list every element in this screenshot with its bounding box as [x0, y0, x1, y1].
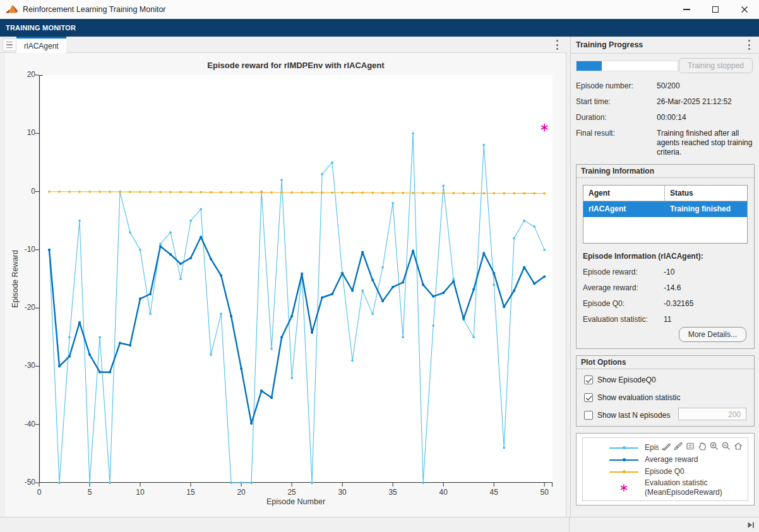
pan-icon[interactable] — [696, 440, 708, 452]
legend-panel: Episode reward Average reward Episode Q0 — [576, 433, 755, 505]
field-value: -14.6 — [664, 283, 681, 292]
column-header-agent: Agent — [583, 186, 665, 201]
field-label: Average reward: — [583, 283, 664, 292]
legend-item-episode-q0: Episode Q0 — [583, 467, 748, 476]
legend-box: Episode reward Average reward Episode Q0 — [582, 437, 748, 501]
app-window: Reinforcement Learning Training Monitor … — [0, 0, 759, 532]
maximize-icon — [712, 6, 719, 13]
legend-label: Evaluation statistic (MeanEpisodeReward) — [645, 478, 722, 497]
panel-options-kebab-icon[interactable] — [743, 38, 755, 51]
show-evaluation-statistic-option[interactable]: Show evaluation statistic — [584, 393, 680, 402]
checkbox-label: Show EpisodeQ0 — [597, 375, 656, 384]
y-tick-label: -30 — [6, 361, 35, 370]
chart-title: Episode reward for rlMDPEnv with rlACAge… — [39, 61, 553, 70]
plot-area[interactable] — [39, 75, 553, 483]
show-last-n-episodes-option[interactable]: Show last N episodes — [584, 411, 670, 420]
export-icon[interactable] — [660, 440, 672, 452]
field-value: Training finished after all agents reach… — [657, 129, 755, 157]
field-label: Episode number: — [576, 81, 657, 91]
last-n-episodes-input[interactable] — [678, 408, 746, 420]
document-tab-strip: rlACAgent — [0, 37, 566, 53]
x-tick-label: 5 — [88, 488, 92, 497]
window-title: Reinforcement Learning Training Monitor — [23, 5, 166, 14]
average-reward-row: Average reward: -14.6 — [583, 283, 748, 292]
training-information-section: Training Information Agent Status rlACAg… — [576, 164, 755, 349]
checkbox-icon — [584, 375, 593, 384]
evaluation-statistic-asterisk-swatch — [609, 483, 638, 492]
final-result-row: Final result: Training finished after al… — [576, 129, 755, 157]
field-label: Final result: — [576, 129, 657, 157]
table-row[interactable]: rlACAgent Training finished — [583, 201, 747, 217]
duration-row: Duration: 00:00:14 — [576, 113, 755, 122]
x-tick-label: 25 — [287, 488, 296, 497]
tab-label: rlACAgent — [24, 42, 59, 50]
field-label: Start time: — [576, 97, 657, 107]
field-label: Episode reward: — [583, 268, 664, 276]
legend-label: Episode Q0 — [645, 467, 684, 476]
ribbon-tab-training-monitor[interactable]: TRAINING MONITOR — [6, 24, 76, 32]
minimize-button[interactable] — [672, 0, 701, 19]
y-axis-label: Episode Reward — [11, 250, 20, 308]
x-tick-label: 30 — [338, 488, 346, 497]
tab-rlacagent[interactable]: rlACAgent — [16, 37, 66, 53]
y-tick-label: 10 — [6, 128, 35, 137]
x-tick-label: 10 — [136, 488, 144, 497]
x-tick-label: 20 — [237, 488, 245, 497]
legend-item-average-reward: Average reward — [583, 455, 748, 464]
tab-options-kebab-icon[interactable] — [551, 38, 563, 51]
zoom-in-icon[interactable] — [708, 440, 720, 452]
episode-information-title: Episode Information (rlACAgent): — [583, 252, 703, 261]
y-tick-label: 0 — [6, 187, 35, 196]
skip-to-end-icon[interactable] — [746, 521, 755, 529]
y-tick-label: -50 — [6, 478, 35, 487]
plot-options-section: Plot Options Show EpisodeQ0 Show evaluat… — [576, 355, 755, 427]
y-tick-label: -40 — [6, 420, 35, 429]
training-stopped-button[interactable]: Training stopped — [679, 58, 753, 73]
training-progress-panel: Training Progress Training stopped Episo… — [570, 37, 759, 517]
field-value: -0.32165 — [664, 299, 693, 308]
brush-icon[interactable] — [672, 440, 684, 452]
axes-toolbar — [659, 439, 745, 452]
close-button[interactable] — [730, 0, 759, 19]
progress-fill — [577, 61, 602, 71]
panel-header: Training Progress — [571, 37, 759, 54]
start-time-row: Start time: 26-Mar-2025 21:12:52 — [576, 97, 755, 107]
legend-label: Average reward — [645, 455, 698, 464]
cell-agent: rlACAgent — [583, 201, 665, 217]
evaluation-statistic-row: Evaluation statistic: 11 — [583, 315, 748, 324]
column-header-status: Status — [665, 186, 747, 201]
show-episodeq0-option[interactable]: Show EpisodeQ0 — [584, 375, 656, 384]
y-tick-label: 20 — [6, 70, 35, 79]
checkbox-icon — [584, 411, 593, 420]
field-label: Episode Q0: — [583, 299, 664, 308]
episode-number-row: Episode number: 50/200 — [576, 81, 755, 91]
x-tick-label: 15 — [186, 488, 194, 497]
panel-title: Training Progress — [576, 40, 643, 49]
cell-status: Training finished — [665, 201, 747, 217]
x-tick-label: 45 — [489, 488, 498, 497]
toolstrip-ribbon: TRAINING MONITOR — [0, 19, 759, 37]
section-title: Plot Options — [577, 356, 754, 369]
table-header-row: Agent Status — [583, 186, 747, 201]
average-reward-line-swatch — [609, 459, 638, 461]
zoom-out-icon[interactable] — [720, 440, 732, 452]
x-axis-label: Episode Number — [39, 497, 553, 506]
field-label: Duration: — [576, 113, 657, 122]
maximize-button[interactable] — [701, 0, 730, 19]
chart-document: Episode reward for rlMDPEnv with rlACAge… — [5, 53, 566, 517]
field-value: 26-Mar-2025 21:12:52 — [657, 97, 755, 107]
matlab-logo-icon — [6, 4, 18, 15]
training-progress-bar — [576, 61, 678, 71]
datatips-icon[interactable] — [684, 440, 696, 452]
checkbox-icon — [584, 393, 593, 402]
episode-reward-row: Episode reward: -10 — [583, 268, 748, 276]
field-value: 50/200 — [657, 81, 755, 91]
more-details-button[interactable]: More Details... — [679, 327, 746, 342]
restore-view-home-icon[interactable] — [732, 440, 744, 452]
section-title: Training Information — [577, 165, 754, 178]
legend-item-evaluation-statistic: Evaluation statistic (MeanEpisodeReward) — [583, 478, 748, 497]
x-tick-label: 35 — [388, 488, 397, 497]
document-list-button[interactable] — [3, 38, 16, 51]
x-tick-label: 50 — [541, 488, 549, 497]
episode-q0-row: Episode Q0: -0.32165 — [583, 299, 748, 308]
